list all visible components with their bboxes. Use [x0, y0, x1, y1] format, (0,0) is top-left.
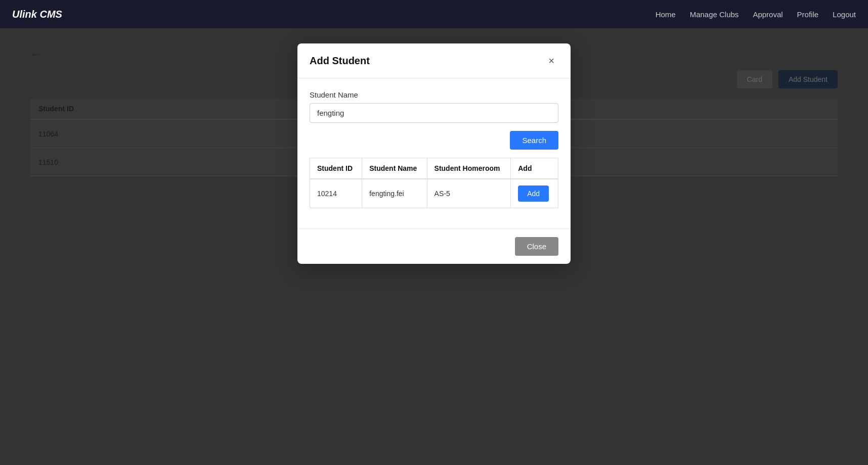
modal-title: Add Student [310, 55, 370, 67]
col-student-homeroom: Student Homeroom [427, 158, 511, 179]
modal-body: Student Name Search Student ID Student N… [297, 78, 571, 228]
col-add: Add [511, 158, 558, 179]
student-name-label: Student Name [310, 90, 558, 99]
nav-approval[interactable]: Approval [753, 10, 783, 19]
navbar: Ulink CMS Home Manage Clubs Approval Pro… [0, 0, 868, 28]
search-row: Search [310, 131, 558, 150]
result-row-1: 10214 fengting.fei AS-5 Add [310, 179, 558, 208]
nav-home[interactable]: Home [656, 10, 676, 19]
page-background: ← Card Add Student Student ID Actions 11… [0, 28, 868, 465]
nav-links: Home Manage Clubs Approval Profile Logou… [656, 10, 856, 19]
modal-footer: Close [297, 228, 571, 264]
result-student-homeroom: AS-5 [427, 179, 511, 208]
modal-close-button[interactable]: × [544, 54, 558, 68]
result-student-name: fengting.fei [362, 179, 427, 208]
student-name-input[interactable] [310, 103, 558, 123]
results-table: Student ID Student Name Student Homeroom… [310, 158, 558, 208]
nav-profile[interactable]: Profile [797, 10, 819, 19]
search-button[interactable]: Search [510, 131, 558, 150]
modal-overlay: Add Student × Student Name Search Studen… [0, 28, 868, 465]
modal-header: Add Student × [297, 43, 571, 78]
app-brand: Ulink CMS [12, 9, 62, 20]
nav-logout[interactable]: Logout [833, 10, 856, 19]
results-table-header-row: Student ID Student Name Student Homeroom… [310, 158, 558, 179]
col-student-name: Student Name [362, 158, 427, 179]
col-student-id: Student ID [310, 158, 362, 179]
close-modal-button[interactable]: Close [515, 237, 558, 256]
add-student-row-button[interactable]: Add [518, 185, 549, 202]
nav-manage-clubs[interactable]: Manage Clubs [690, 10, 739, 19]
result-add-cell: Add [511, 179, 558, 208]
add-student-modal: Add Student × Student Name Search Studen… [297, 43, 571, 264]
result-student-id: 10214 [310, 179, 362, 208]
